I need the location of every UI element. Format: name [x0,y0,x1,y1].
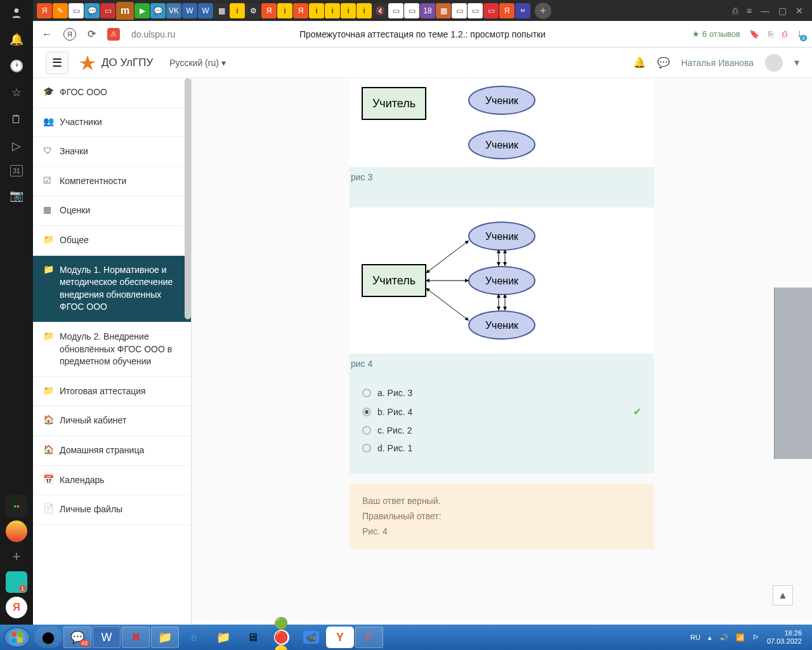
task-icon[interactable]: 📁 [151,627,179,648]
task-icon[interactable]: 💬43 [63,627,91,648]
user-name[interactable]: Наталья Иванова [681,58,754,68]
tray-up-icon[interactable]: ▴ [708,633,712,642]
tray-icon[interactable]: ⎙ [733,6,738,16]
dock-yandex[interactable]: Я [6,597,27,618]
tab-icon[interactable]: Я [499,3,514,18]
note-icon[interactable]: 🗒 [9,112,24,127]
url-text[interactable]: do.ulspu.ru [131,29,175,39]
task-icon[interactable]: Y [326,627,354,648]
nav-item[interactable]: 🏠Домашняя страница [33,436,191,466]
moodle-logo[interactable]: ДО УлГПУ [79,54,153,72]
nav-item[interactable]: ▦Оценки [33,196,191,226]
user-menu-caret[interactable]: ▾ [794,56,799,69]
tab-icon[interactable]: ▭ [69,3,84,18]
tab-icon[interactable]: ▭ [404,3,419,18]
task-icon[interactable]: W [93,627,121,648]
maximize-icon[interactable]: ▢ [778,6,787,16]
nav-item[interactable]: 👥Участники [33,108,191,138]
tab-icon[interactable]: ▭ [483,3,499,18]
pdf-icon[interactable]: ⎙ [782,29,787,39]
new-tab-button[interactable]: + [535,3,551,19]
tab-icon[interactable]: M [515,3,530,18]
tab-icon[interactable]: 18 [420,3,435,18]
tab-icon[interactable]: ▦ [214,3,229,18]
tab-icon[interactable]: i [325,3,340,18]
nav-item[interactable]: 📁Итоговая аттестация [33,377,191,407]
tab-active-icon[interactable]: m [116,2,134,20]
bookmark-icon[interactable]: 🔖 [749,29,759,39]
tab-icon[interactable]: 💬 [150,3,166,18]
messages-icon[interactable]: 💬 [657,56,670,69]
reload-button[interactable]: ⟳ [88,28,96,40]
task-icon[interactable]: 📁 [209,627,237,648]
tab-icon[interactable]: W [198,3,213,18]
nav-scrollbar[interactable] [185,78,191,319]
tab-icon[interactable]: W [182,3,197,18]
tab-icon[interactable]: ▭ [468,3,483,18]
dock-add[interactable]: + [6,546,27,567]
tab-icon[interactable]: 💬 [84,3,100,18]
security-warning-icon[interactable]: ⚠ [107,28,120,41]
tab-icon[interactable]: ▭ [388,3,403,18]
nav-item[interactable]: 🎓ФГОС ООО [33,78,191,108]
nav-item[interactable]: 📅Календарь [33,466,191,496]
task-icon[interactable]: P [355,627,383,648]
clock-icon[interactable]: 🕐 [9,58,24,74]
task-icon[interactable]: e [180,627,208,648]
dock-item-3[interactable]: 1 [6,571,27,593]
tab-icon[interactable]: ▭ [452,3,467,18]
yandex-home-icon[interactable]: Я [63,28,76,41]
downloads-icon[interactable]: ⤓4 [796,29,803,39]
nav-item[interactable]: ☑Компетентности [33,167,191,197]
nav-item[interactable]: 📁Модуль 2. Внедрение обновлённых ФГОС ОО… [33,322,191,377]
back-button[interactable]: ← [42,29,52,40]
language-selector[interactable]: Русский (ru) ▾ [169,58,226,68]
tray-clock[interactable]: 18:26 07.03.2022 [767,629,802,646]
tab-icon[interactable]: Я [37,3,52,18]
tab-icon[interactable]: ✎ [53,3,68,18]
tab-icon[interactable]: i [309,3,324,18]
menu-toggle-button[interactable]: ☰ [46,51,69,74]
answer-option[interactable]: d. Рис. 1 [362,439,641,457]
scroll-top-button[interactable]: ▲ [773,585,793,606]
right-preview-panel[interactable] [774,288,812,459]
tab-icon[interactable]: i [357,3,372,18]
tab-icon[interactable]: i [230,3,245,18]
task-icon[interactable]: ✖ [122,627,150,648]
task-icon[interactable]: ⬤ [34,627,62,648]
task-icon[interactable]: 🟢🔴🟡 [268,627,296,648]
task-icon[interactable]: 🖥 [239,627,266,648]
tray-flag-icon[interactable]: 🏳 [752,633,759,641]
tab-icon[interactable]: VK [166,3,181,18]
dock-item-1[interactable]: ●● [6,495,27,517]
tab-icon[interactable]: Я [293,3,308,18]
nav-item[interactable]: 📁Модуль 1. Нормативное и методическое об… [33,256,191,322]
tab-icon[interactable]: Я [261,3,277,18]
nav-item[interactable]: 🛡Значки [33,137,191,167]
tab-icon[interactable]: ▭ [100,3,115,18]
nav-item[interactable]: 📁Общее [33,226,191,256]
task-icon[interactable]: 📹 [297,627,325,648]
close-icon[interactable]: ✕ [796,6,803,16]
tab-icon[interactable]: ▦ [436,3,451,18]
tray-network-icon[interactable]: 📶 [736,633,745,642]
tab-icon[interactable]: i [277,3,292,18]
reviews-link[interactable]: ★ 6 отзывов [692,29,740,39]
bell-icon[interactable]: 🔔 [9,32,24,47]
notifications-icon[interactable]: 🔔 [633,56,646,69]
tray-icon[interactable]: ≡ [747,6,752,16]
avatar[interactable] [765,54,783,72]
answer-option[interactable]: b. Рис. 4✔ [362,402,641,421]
answer-option[interactable]: c. Рис. 2 [362,421,641,439]
answer-option[interactable]: a. Рис. 3 [362,384,641,402]
tray-lang[interactable]: RU [690,633,700,641]
extension-icon[interactable]: ⎘ [768,29,773,39]
nav-item[interactable]: 📄Личные файлы [33,495,191,525]
nav-item[interactable]: 🏠Личный кабинет [33,406,191,436]
tab-icon[interactable]: i [341,3,356,18]
camera-icon[interactable]: 📷 [9,188,24,203]
start-button[interactable] [4,627,30,647]
tab-icon[interactable]: 🔇 [372,3,388,18]
play-icon[interactable]: ▷ [9,138,24,154]
dock-item-2[interactable] [6,521,27,542]
